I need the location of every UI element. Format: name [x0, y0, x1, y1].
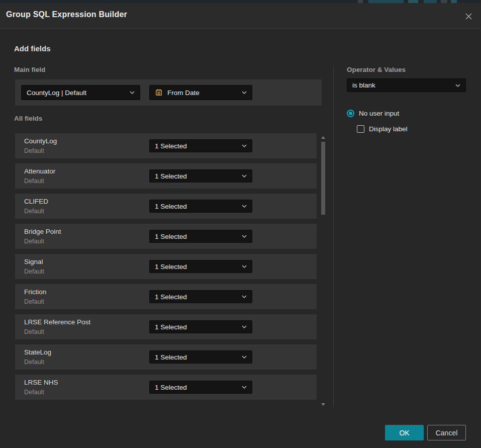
all-fields-label: All fields — [14, 115, 42, 122]
field-name: LRSE Reference Post — [24, 318, 90, 326]
chevron-down-icon — [130, 91, 135, 94]
fields-list-scrollbar[interactable] — [320, 135, 326, 407]
operator-values-heading: Operator & Values — [347, 66, 406, 73]
field-selection-select[interactable]: 1 Selected — [149, 320, 252, 333]
chevron-down-icon — [242, 325, 247, 328]
field-subtitle: Default — [24, 298, 44, 305]
field-subtitle: Default — [24, 328, 44, 335]
field-name: Bridge Point — [24, 228, 61, 235]
field-selection-value: 1 Selected — [155, 353, 238, 361]
ok-button[interactable]: OK — [385, 425, 424, 440]
cancel-button[interactable]: Cancel — [427, 425, 466, 440]
field-selection-value: 1 Selected — [155, 384, 238, 391]
no-user-input-label: No user input — [359, 110, 399, 117]
chevron-down-icon — [242, 91, 247, 94]
field-selection-value: 1 Selected — [155, 323, 238, 331]
field-selection-select[interactable]: 1 Selected — [149, 350, 252, 364]
no-user-input-radio[interactable]: No user input — [347, 110, 399, 117]
main-field-field-select-value: From Date — [167, 89, 238, 97]
field-name: Signal — [24, 258, 43, 265]
field-subtitle: Default — [24, 238, 44, 245]
field-row-countylog[interactable]: CountyLog Default 1 Selected — [15, 133, 317, 158]
field-name: Attenuator — [24, 167, 55, 175]
field-selection-select[interactable]: 1 Selected — [149, 381, 252, 394]
chevron-down-icon — [242, 235, 247, 238]
field-row-lrse-nhs[interactable]: LRSE NHS Default 1 Selected — [15, 375, 317, 400]
field-subtitle: Default — [24, 268, 44, 275]
field-selection-value: 1 Selected — [155, 263, 238, 271]
field-subtitle: Default — [24, 177, 44, 185]
field-selection-value: 1 Selected — [155, 172, 238, 180]
field-subtitle: Default — [24, 208, 44, 215]
chevron-down-icon — [455, 84, 460, 87]
field-selection-value: 1 Selected — [155, 142, 238, 150]
field-subtitle: Default — [24, 359, 44, 366]
field-name: LRSE NHS — [24, 379, 58, 386]
dialog-title: Group SQL Expression Builder — [6, 10, 127, 19]
chevron-down-icon — [242, 144, 247, 147]
field-selection-select[interactable]: 1 Selected — [149, 139, 252, 152]
field-subtitle: Default — [24, 147, 44, 154]
chevron-down-icon — [242, 295, 247, 298]
chevron-down-icon — [242, 205, 247, 208]
add-fields-heading: Add fields — [14, 44, 51, 53]
field-selection-select[interactable]: 1 Selected — [149, 230, 252, 243]
field-row-clifed[interactable]: CLIFED Default 1 Selected — [15, 194, 317, 219]
field-subtitle: Default — [24, 389, 44, 396]
close-icon — [465, 13, 472, 20]
panel-divider — [333, 66, 334, 407]
dialog-header: Group SQL Expression Builder — [0, 3, 481, 29]
group-sql-expression-builder-dialog: Group SQL Expression Builder Add fields … — [0, 3, 481, 448]
scroll-up-arrow-icon[interactable] — [321, 136, 325, 139]
field-selection-select[interactable]: 1 Selected — [149, 290, 252, 303]
field-row-signal[interactable]: Signal Default 1 Selected — [15, 254, 317, 279]
field-row-attenuator[interactable]: Attenuator Default 1 Selected — [15, 163, 317, 189]
field-row-bridge-point[interactable]: Bridge Point Default 1 Selected — [15, 224, 317, 249]
field-name: CLIFED — [24, 198, 48, 205]
scrollbar-thumb[interactable] — [321, 142, 325, 215]
field-selection-value: 1 Selected — [155, 293, 238, 301]
field-selection-select[interactable]: 1 Selected — [149, 169, 252, 183]
field-selection-value: 1 Selected — [155, 203, 238, 210]
field-row-lrse-reference-post[interactable]: LRSE Reference Post Default 1 Selected — [15, 314, 317, 339]
main-field-panel: CountyLog | Default From Date — [15, 79, 322, 106]
close-button[interactable] — [461, 9, 475, 23]
field-row-statelog[interactable]: StateLog Default 1 Selected — [15, 344, 317, 370]
field-selection-value: 1 Selected — [155, 233, 238, 240]
scroll-down-arrow-icon[interactable] — [321, 403, 325, 406]
field-selection-select[interactable]: 1 Selected — [149, 260, 252, 273]
field-row-friction[interactable]: Friction Default 1 Selected — [15, 284, 317, 309]
checkbox-unchecked-icon — [357, 125, 364, 133]
display-label-checkbox[interactable]: Display label — [357, 125, 408, 133]
chevron-down-icon — [242, 355, 247, 359]
display-label-label: Display label — [369, 125, 408, 133]
calendar-date-icon — [155, 88, 163, 97]
chevron-down-icon — [242, 265, 247, 268]
chevron-down-icon — [242, 386, 247, 389]
field-name: StateLog — [24, 348, 51, 356]
main-field-layer-select[interactable]: CountyLog | Default — [21, 85, 140, 100]
field-name: CountyLog — [24, 137, 57, 145]
operator-select-value: is blank — [352, 81, 451, 89]
main-field-label: Main field — [14, 66, 45, 73]
main-field-layer-select-value: CountyLog | Default — [27, 89, 126, 97]
chevron-down-icon — [242, 174, 247, 177]
field-name: Friction — [24, 288, 46, 296]
radio-selected-icon — [347, 110, 354, 117]
field-selection-select[interactable]: 1 Selected — [149, 200, 252, 213]
main-field-field-select[interactable]: From Date — [149, 85, 252, 100]
operator-select[interactable]: is blank — [347, 78, 466, 92]
